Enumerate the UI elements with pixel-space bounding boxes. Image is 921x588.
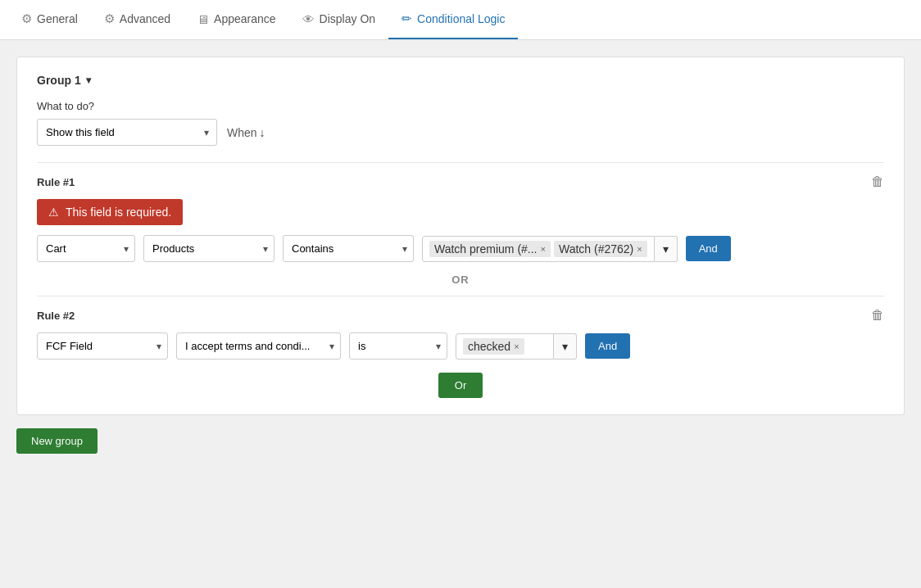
main-area: Group 1 ▾ What to do? Show this field ▾ …	[0, 40, 921, 470]
rule1-tag-1-remove[interactable]: ×	[541, 244, 546, 254]
tab-conditional-logic[interactable]: ✏ Conditional Logic	[388, 0, 518, 39]
tab-appearance-label: Appearance	[214, 12, 276, 25]
rule1-products-wrapper: Products ▾	[143, 235, 274, 262]
rule2-fcf-select[interactable]: FCF Field	[37, 332, 168, 360]
rule1-products-select[interactable]: Products	[143, 235, 274, 262]
when-label: When ↓	[227, 126, 265, 139]
or-button[interactable]: Or	[438, 373, 483, 398]
rule2-checked-row: checked × ▾	[456, 333, 577, 360]
gear-icon-2: ⚙	[104, 11, 115, 26]
what-to-do-label: What to do?	[37, 100, 884, 112]
rule1-tag-1-text: Watch premium (#...	[434, 242, 538, 256]
tab-general-label: General	[37, 12, 78, 25]
rule1-delete-button[interactable]: 🗑	[871, 174, 884, 189]
rule2-checked-remove[interactable]: ×	[514, 341, 519, 351]
rule2-checked-tag: checked ×	[463, 338, 524, 355]
action-select[interactable]: Show this field	[37, 119, 217, 146]
rule1-and-button[interactable]: And	[686, 236, 731, 261]
gear-icon: ⚙	[21, 11, 32, 26]
rule1-cart-select[interactable]: Cart	[37, 235, 135, 262]
rule1-tags-box: Watch premium (#... × Watch (#2762) ×	[422, 236, 655, 262]
rule1-contains-select[interactable]: Contains	[283, 235, 414, 262]
rule1-tag-2-remove[interactable]: ×	[637, 244, 642, 254]
pen-icon: ✏	[402, 11, 412, 26]
new-group-button[interactable]: New group	[16, 428, 98, 454]
rule2-is-select[interactable]: is	[349, 332, 447, 360]
tab-display-on[interactable]: 👁 Display On	[289, 0, 388, 39]
when-arrow-icon: ↓	[260, 126, 265, 139]
rule2-and-button[interactable]: And	[585, 333, 630, 359]
rule1-error-banner: ⚠ This field is required.	[37, 199, 183, 225]
action-row: Show this field ▾ When ↓	[37, 119, 884, 146]
rule2-delete-button[interactable]: 🗑	[871, 308, 884, 323]
action-select-wrapper: Show this field ▾	[37, 119, 217, 146]
rule2-title: Rule #2	[37, 310, 75, 322]
eye-icon: 👁	[302, 12, 315, 26]
tab-conditional-logic-label: Conditional Logic	[417, 12, 505, 25]
group-title: Group 1	[37, 74, 81, 87]
rule1-error-text: This field is required.	[66, 206, 171, 219]
tab-advanced[interactable]: ⚙ Advanced	[91, 0, 184, 39]
rule1-tag-1: Watch premium (#... ×	[429, 241, 551, 257]
rule1-title: Rule #1	[37, 176, 75, 188]
rule2-checked-chevron-icon: ▾	[562, 340, 568, 353]
tab-general[interactable]: ⚙ General	[8, 0, 91, 39]
group-chevron[interactable]: ▾	[86, 75, 91, 86]
warning-icon: ⚠	[48, 206, 59, 219]
rule1-tags-row: Watch premium (#... × Watch (#2762) × ▾	[422, 236, 678, 262]
rule1-tags-dropdown-button[interactable]: ▾	[655, 236, 678, 262]
conditional-logic-card: Group 1 ▾ What to do? Show this field ▾ …	[16, 57, 905, 415]
rule1-condition-row: Cart ▾ Products ▾ Contains ▾	[37, 235, 884, 262]
rule2-terms-select[interactable]: I accept terms and condi...	[176, 332, 341, 360]
rule2-condition-row: FCF Field ▾ I accept terms and condi... …	[37, 332, 884, 360]
rule2-terms-wrapper: I accept terms and condi... ▾	[176, 332, 341, 360]
tab-advanced-label: Advanced	[120, 12, 170, 25]
rule2-fcf-wrapper: FCF Field ▾	[37, 332, 168, 360]
rule2-header: Rule #2 🗑	[37, 308, 884, 323]
rule1-contains-wrapper: Contains ▾	[283, 235, 414, 262]
rule1-tags-chevron-icon: ▾	[663, 242, 669, 256]
rule2-checked-box: checked ×	[456, 333, 554, 360]
tab-appearance[interactable]: 🖥 Appearance	[184, 0, 289, 39]
rule2-is-wrapper: is ▾	[349, 332, 447, 360]
rule1-cart-wrapper: Cart ▾	[37, 235, 135, 262]
monitor-icon: 🖥	[197, 12, 209, 26]
tab-bar: ⚙ General ⚙ Advanced 🖥 Appearance 👁 Disp…	[0, 0, 921, 40]
rule1-header: Rule #1 🗑	[37, 174, 884, 189]
rule1-tag-2-text: Watch (#2762)	[559, 242, 633, 256]
tab-display-on-label: Display On	[320, 12, 375, 25]
rule1-section: Rule #1 🗑 ⚠ This field is required. Cart…	[37, 162, 884, 262]
when-text: When	[227, 126, 257, 139]
rule2-checked-dropdown-button[interactable]: ▾	[554, 333, 577, 360]
or-separator: OR	[37, 274, 884, 286]
group-header: Group 1 ▾	[37, 74, 884, 87]
rule2-section: Rule #2 🗑 FCF Field ▾ I accept terms and…	[37, 296, 884, 360]
rule1-tag-2: Watch (#2762) ×	[554, 241, 647, 257]
rule2-checked-text: checked	[468, 340, 510, 353]
